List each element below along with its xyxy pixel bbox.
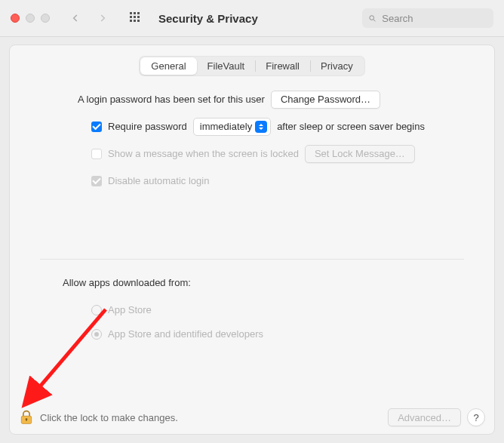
allow-apps-option1-row: App Store [32, 300, 472, 320]
titlebar: Security & Privacy [0, 0, 504, 37]
window-title: Security & Privacy [158, 12, 258, 25]
svg-rect-1 [134, 12, 136, 14]
svg-rect-3 [130, 16, 132, 18]
svg-rect-6 [130, 20, 132, 22]
disable-auto-login-row: Disable automatic login [32, 171, 472, 191]
search-input[interactable] [380, 12, 487, 25]
svg-rect-8 [137, 20, 140, 22]
tab-firewall[interactable]: Firewall [255, 57, 310, 75]
disable-auto-login-checkbox [91, 176, 102, 186]
forward-button[interactable] [92, 8, 113, 29]
tab-general[interactable]: General [140, 57, 196, 75]
chevron-right-icon [97, 13, 108, 23]
change-password-button[interactable]: Change Password… [271, 91, 380, 109]
chevron-left-icon [70, 13, 81, 23]
svg-point-9 [370, 15, 374, 20]
disable-auto-login-label: Disable automatic login [108, 174, 209, 189]
set-lock-message-button: Set Lock Message… [305, 145, 415, 163]
minimize-window-button[interactable] [26, 14, 35, 23]
require-password-checkbox[interactable] [91, 122, 102, 132]
help-button[interactable]: ? [467, 408, 485, 426]
svg-rect-13 [26, 420, 26, 422]
preferences-pane: General FileVault Firewall Privacy A log… [9, 45, 495, 435]
lock-icon [19, 410, 34, 425]
svg-rect-5 [137, 16, 140, 18]
svg-rect-4 [134, 16, 136, 18]
allow-apps-option2-row: App Store and identified developers [32, 325, 472, 344]
login-password-text: A login password has been set for this u… [78, 92, 265, 108]
allow-apps-option2-label: App Store and identified developers [108, 327, 263, 343]
advanced-button: Advanced… [388, 408, 461, 426]
svg-rect-0 [130, 12, 132, 14]
require-password-label-after: after sleep or screen saver begins [277, 119, 425, 135]
require-password-row: Require password immediately after sleep… [32, 117, 472, 137]
grid-icon [130, 12, 142, 24]
show-all-button[interactable] [125, 8, 146, 29]
window-controls [11, 14, 50, 23]
allow-apps-radio-identified [91, 329, 102, 340]
svg-line-10 [373, 19, 375, 20]
zoom-window-button[interactable] [41, 14, 50, 23]
tab-filevault[interactable]: FileVault [197, 57, 256, 75]
show-message-checkbox [91, 149, 102, 159]
back-button[interactable] [65, 8, 86, 29]
allow-apps-heading: Allow apps downloaded from: [63, 275, 191, 291]
require-password-label-before: Require password [108, 119, 187, 135]
require-password-delay-select[interactable]: immediately [193, 118, 271, 136]
tab-privacy[interactable]: Privacy [310, 57, 364, 75]
svg-rect-7 [134, 20, 136, 22]
section-divider [40, 259, 464, 260]
allow-apps-option1-label: App Store [108, 303, 152, 318]
require-password-delay-value: immediately [200, 119, 252, 135]
login-password-row: A login password has been set for this u… [32, 90, 472, 109]
lock-hint-text: Click the lock to make changes. [40, 412, 178, 423]
allow-apps-heading-row: Allow apps downloaded from: [32, 273, 472, 293]
lock-button[interactable] [19, 410, 34, 425]
pane-footer: Click the lock to make changes. Advanced… [10, 408, 494, 426]
allow-apps-radio-appstore [91, 305, 102, 315]
show-message-row: Show a message when the screen is locked… [32, 144, 472, 164]
close-window-button[interactable] [11, 14, 20, 23]
stepper-icon [255, 121, 267, 133]
show-message-label: Show a message when the screen is locked [108, 146, 299, 162]
svg-rect-2 [137, 12, 140, 14]
search-icon [368, 14, 376, 23]
search-field[interactable] [362, 8, 493, 28]
tab-bar: General FileVault Firewall Privacy [10, 56, 494, 76]
